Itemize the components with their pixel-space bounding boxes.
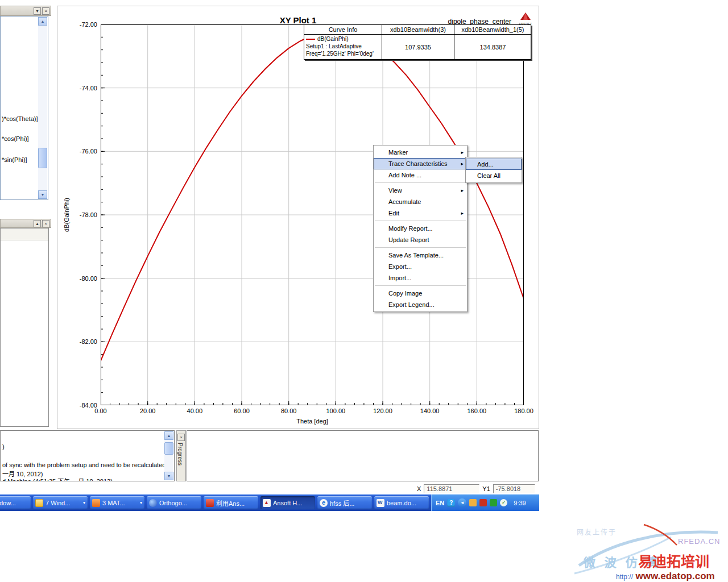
menu-item-view[interactable]: View▸ bbox=[374, 185, 467, 196]
y-axis-title: dB(GainPhi) bbox=[63, 198, 70, 232]
app-red-icon bbox=[206, 499, 214, 507]
taskbar-button-label: Orthogo... bbox=[159, 500, 199, 506]
menu-item-label: Save As Template... bbox=[388, 252, 444, 259]
menu-item-save-as-template[interactable]: Save As Template... bbox=[374, 250, 467, 261]
progress-panel-tab[interactable]: × Progress bbox=[176, 430, 186, 481]
taskbar: Window...7 Wind...▾3 MAT...▾Orthogo...利用… bbox=[0, 494, 539, 511]
menu-item-marker[interactable]: Marker▸ bbox=[374, 147, 467, 158]
tray-app-icon[interactable] bbox=[490, 499, 497, 506]
submenu-arrow-icon: ▸ bbox=[461, 147, 464, 158]
docked-window-titlebar[interactable]: ▾ × bbox=[0, 6, 51, 16]
tray-app-icon[interactable] bbox=[479, 499, 487, 506]
menu-item-update-report[interactable]: Update Report bbox=[374, 234, 467, 246]
scroll-down-icon[interactable]: ▼ bbox=[38, 190, 47, 199]
menu-separator bbox=[375, 285, 466, 286]
desktop: ▾ × )*cos(Theta)] *cos(Phi)] *sin(Phi)] … bbox=[0, 0, 728, 582]
watermark-faint-text: 网友上传于 bbox=[577, 527, 617, 537]
taskbar-button-3-mat[interactable]: 3 MAT...▾ bbox=[90, 496, 144, 509]
pin-icon[interactable]: ▾ bbox=[34, 7, 41, 15]
update-check-icon[interactable]: ✓ bbox=[500, 499, 507, 506]
expression-item[interactable]: *cos(Phi)] bbox=[2, 135, 29, 142]
x-axis-tick-label: 140.00 bbox=[415, 408, 445, 414]
scroll-down-icon[interactable]: ▼ bbox=[164, 472, 173, 480]
menu-item-copy-image[interactable]: Copy Image bbox=[374, 288, 467, 299]
menu-item-export-legend[interactable]: Export Legend... bbox=[374, 299, 467, 310]
app-blue-icon bbox=[149, 499, 157, 507]
menu-item-add[interactable]: Add... bbox=[466, 159, 522, 170]
legend-header: xdb10Beamwidth(3) bbox=[382, 25, 454, 35]
y-axis-tick-label: -84.00 bbox=[71, 402, 97, 409]
scrollbar-track[interactable] bbox=[38, 26, 47, 190]
plot-context-menu: Marker▸Trace Characteristics▸Add Note ..… bbox=[373, 145, 468, 312]
url-prefix: http:// bbox=[616, 573, 633, 581]
expression-item[interactable]: *sin(Phi)] bbox=[2, 156, 27, 163]
menu-item-add-note[interactable]: Add Note ... bbox=[374, 169, 467, 181]
taskbar-button-orthogo[interactable]: Orthogo... bbox=[147, 496, 201, 509]
menu-item-accumulate[interactable]: Accumulate bbox=[374, 196, 467, 207]
menu-item-label: Modify Report... bbox=[388, 225, 433, 232]
status-bar: X 115.8871 Y1 -75.8018 bbox=[417, 484, 535, 493]
menu-item-modify-report[interactable]: Modify Report... bbox=[374, 223, 467, 234]
language-indicator[interactable]: EN bbox=[436, 500, 444, 506]
help-icon[interactable]: ? bbox=[447, 499, 455, 507]
menu-item-label: Export Legend... bbox=[388, 301, 435, 308]
progress-label: Progress bbox=[177, 443, 183, 465]
taskbar-button-ans[interactable]: 利用Ans... bbox=[204, 496, 258, 509]
trace-characteristics-submenu: Add...Clear All bbox=[465, 157, 522, 183]
y-axis-tick-label: -76.00 bbox=[71, 148, 97, 155]
taskbar-button-label: 利用Ans... bbox=[216, 498, 256, 508]
menu-item-export[interactable]: Export... bbox=[374, 261, 467, 272]
vertical-scrollbar[interactable]: ▲ ▼ bbox=[164, 431, 173, 480]
scroll-up-icon[interactable]: ▲ bbox=[164, 431, 173, 440]
taskbar-button-beam-do[interactable]: beam.do... bbox=[374, 496, 429, 509]
menu-item-label: Copy Image bbox=[388, 290, 422, 297]
watermark-url: http:// www.edatop.com bbox=[616, 571, 715, 582]
expression-item[interactable]: )*cos(Theta)] bbox=[2, 115, 38, 122]
scrollbar-thumb[interactable] bbox=[164, 442, 173, 455]
x-axis-tick-label: 120.00 bbox=[368, 408, 398, 414]
menu-item-trace-characteristics[interactable]: Trace Characteristics▸ bbox=[374, 158, 467, 169]
close-icon[interactable]: × bbox=[42, 7, 49, 15]
taskbar-button-label: beam.do... bbox=[387, 500, 427, 506]
menu-item-label: Accumulate bbox=[388, 198, 421, 205]
legend-value: 107.9335 bbox=[382, 35, 454, 60]
menu-separator bbox=[375, 182, 466, 183]
system-tray: EN ? ◂ ✓ 9:39 bbox=[431, 494, 539, 511]
menu-item-import[interactable]: Import... bbox=[374, 272, 467, 284]
menu-item-edit[interactable]: Edit▸ bbox=[374, 207, 467, 219]
x-axis-tick-label: 180.00 bbox=[509, 408, 539, 414]
collapse-tray-icon[interactable]: ◂ bbox=[458, 498, 466, 507]
menu-item-clear-all[interactable]: Clear All bbox=[466, 170, 522, 181]
pin-icon[interactable]: ▴ bbox=[34, 220, 41, 227]
scrollbar-thumb[interactable] bbox=[38, 148, 47, 168]
taskbar-button-label: 7 Wind... bbox=[46, 500, 81, 506]
taskbar-button-ansoft-h[interactable]: Ansoft H... bbox=[260, 496, 315, 509]
scroll-up-icon[interactable]: ▲ bbox=[38, 17, 47, 26]
close-icon[interactable]: × bbox=[42, 220, 49, 227]
y-axis-tick-label: -82.00 bbox=[71, 338, 97, 345]
close-icon[interactable]: × bbox=[177, 434, 185, 441]
taskbar-button-window[interactable]: Window... bbox=[0, 496, 31, 509]
y1-coord-value: -75.8018 bbox=[493, 484, 535, 493]
vertical-scrollbar[interactable]: ▲ ▼ bbox=[38, 17, 47, 199]
taskbar-button-hfss[interactable]: hfss 后... bbox=[317, 496, 372, 509]
watermark-brand: 易迪拓培训 bbox=[638, 550, 709, 571]
clock[interactable]: 9:39 bbox=[514, 500, 526, 506]
message-line: ) bbox=[2, 443, 5, 450]
x-axis-tick-label: 60.00 bbox=[227, 408, 257, 414]
y-axis-tick-label: -80.00 bbox=[71, 275, 97, 282]
curve-info-legend[interactable]: Curve Info xdb10Beamwidth(3) xdb10Beamwi… bbox=[304, 24, 531, 60]
docked-window-titlebar[interactable]: ▴ × bbox=[0, 219, 51, 228]
ansoft-logo-icon: ANSOFT bbox=[518, 12, 533, 26]
scrollbar-track[interactable] bbox=[164, 440, 173, 472]
trace-name: dB(GainPhi) bbox=[317, 36, 348, 42]
tray-app-icon[interactable] bbox=[469, 499, 477, 506]
menu-separator bbox=[375, 247, 466, 248]
menu-item-label: Update Report bbox=[388, 236, 429, 243]
panel-header-strip bbox=[1, 228, 48, 240]
taskbar-button-7-wind[interactable]: 7 Wind...▾ bbox=[33, 496, 88, 509]
chevron-down-icon: ▾ bbox=[140, 500, 142, 505]
menu-item-label: Add Note ... bbox=[388, 172, 421, 178]
y-axis-tick-label: -74.00 bbox=[71, 85, 97, 92]
trace-color-swatch bbox=[306, 39, 315, 40]
